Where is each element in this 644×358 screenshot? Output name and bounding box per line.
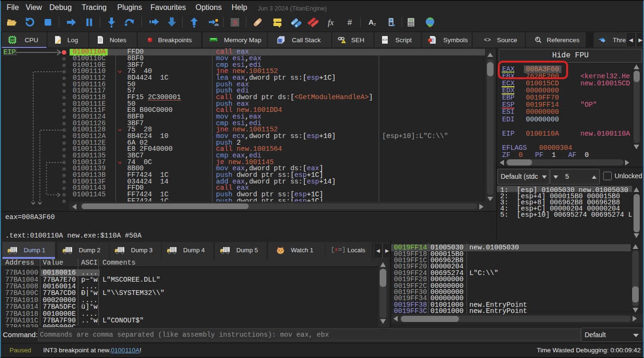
svg-text:z: z bbox=[374, 22, 376, 27]
svg-text:32: 32 bbox=[10, 38, 14, 42]
svg-text:#: # bbox=[347, 18, 352, 27]
svg-text:fx: fx bbox=[328, 18, 334, 27]
svg-text:<>: <> bbox=[484, 37, 491, 44]
svg-text:S: S bbox=[233, 18, 237, 27]
svg-text:<>: <> bbox=[383, 37, 388, 42]
svg-text:A: A bbox=[369, 18, 374, 26]
